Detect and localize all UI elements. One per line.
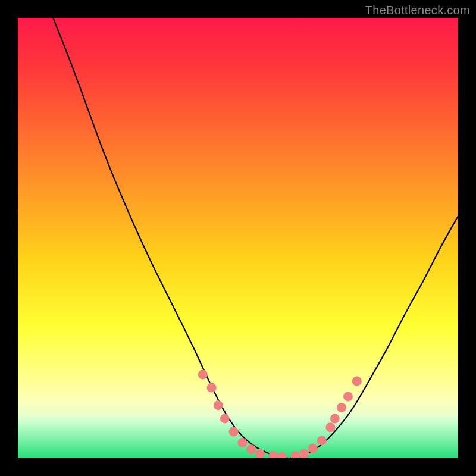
marker-point <box>352 377 362 386</box>
marker-point <box>299 449 309 458</box>
marker-point <box>325 422 335 432</box>
marker-point <box>198 369 208 379</box>
bottleneck-chart <box>18 18 458 458</box>
marker-point <box>308 444 318 453</box>
marker-point <box>343 392 353 401</box>
gradient-background <box>18 18 458 458</box>
marker-point <box>255 449 265 458</box>
marker-point <box>207 383 217 393</box>
watermark-text: TheBottleneck.com <box>365 4 470 17</box>
marker-point <box>337 403 346 412</box>
marker-point <box>330 414 340 423</box>
marker-point <box>229 427 239 437</box>
marker-point <box>214 400 223 410</box>
marker-point <box>317 436 327 445</box>
chart-svg <box>18 18 458 458</box>
marker-point <box>237 438 247 447</box>
marker-point <box>220 414 230 423</box>
marker-point <box>246 444 256 454</box>
